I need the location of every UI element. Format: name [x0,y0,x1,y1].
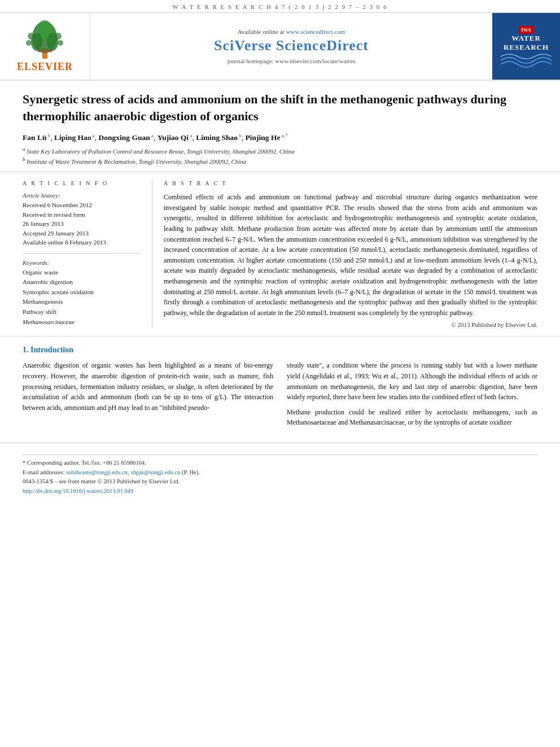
keyword-2: Anaerobic digestion [23,277,141,287]
doi-line: http://dx.doi.org/10.1016/j.watres.2013.… [23,487,537,496]
abstract-col: A B S T R A C T Combined effects of acid… [152,180,537,328]
elsevier-tree-icon [21,20,69,59]
divider [23,253,141,254]
author-4: Yujiao Qi a, [158,133,196,142]
journal-homepage: journal homepage: www.elsevier.com/locat… [227,58,355,64]
received-revised-label: Received in revised form [23,210,141,220]
water-waves-icon [501,52,552,69]
sciverse-title: SciVerse ScienceDirect [214,37,369,54]
abstract-text: Combined effects of acids and ammonium o… [164,192,537,318]
author-3: Dongxing Guan a, [99,133,158,142]
article-info-abstract-section: A R T I C L E I N F O Article history: R… [0,172,560,337]
email-link-1[interactable]: solidwaste@tongji.edu.cn [66,469,128,475]
article-history-group: Article history: Received 6 November 201… [23,192,141,247]
introduction-header: 1. Introduction [23,346,537,355]
footnote-divider [23,455,537,455]
article-title-section: Synergetic stress of acids and ammonium … [0,81,560,172]
intro-title: Introduction [30,346,73,354]
intro-two-col: Anaerobic digestion of organic wastes ha… [23,360,537,433]
issn-line: 0043-1354/$ – see front matter © 2013 Pu… [23,477,537,487]
accepted-date: Accepted 29 January 2013 [23,229,141,238]
available-online-text: Available online at www.sciencedirect.co… [238,28,345,35]
elsevier-logo-box: ELSEVIER [0,13,90,80]
affiliation-a: a State Key Laboratory of Pollution Cont… [23,146,537,156]
elsevier-label: ELSEVIER [17,61,73,73]
intro-number: 1. [23,346,29,354]
authors-line: Fan Lü b, Liping Hao a, Dongxing Guan a,… [23,132,537,142]
intro-right-col: steady state", a condition where the pro… [287,360,537,433]
svg-point-10 [58,40,63,46]
affiliations: a State Key Laboratory of Pollution Cont… [23,146,537,166]
author-2: Liping Hao a, [54,133,99,142]
header-center: Available online at www.sciencedirect.co… [90,13,492,80]
intro-left-para1: Anaerobic digestion of organic wastes ha… [23,360,273,413]
introduction-section: 1. Introduction Anaerobic digestion of o… [0,337,560,438]
author-6: Pinjing He a,* [246,133,288,142]
email-label: E-mail addresses: [23,469,64,475]
keyword-6: Methanosarcinaceae [23,317,141,327]
svg-point-8 [55,33,62,40]
keyword-5: Pathway shift [23,307,141,317]
doi-link[interactable]: http://dx.doi.org/10.1016/j.watres.2013.… [23,488,133,494]
header-area: ELSEVIER Available online at www.science… [0,13,560,81]
copyright-line: © 2013 Published by Elsevier Ltd. [164,321,537,328]
keyword-1: Organic waste [23,268,141,278]
intro-right-para2: Methane production could be realized eit… [287,407,537,428]
svg-point-7 [28,33,34,40]
history-label: Article history: [23,192,141,199]
article-info-header: A R T I C L E I N F O [23,180,141,186]
intro-left-col: Anaerobic digestion of organic wastes ha… [23,360,273,433]
journal-bar-text: W A T E R R E S E A R C H 4 7 ( 2 0 1 3 … [172,3,387,10]
affiliation-b: b Institute of Waste Treatment & Reclama… [23,156,537,166]
article-main-title: Synergetic stress of acids and ammonium … [23,91,537,124]
abstract-header: A B S T R A C T [164,180,537,186]
water-research-logo: IWA WATER RESEARCH [492,13,560,80]
email-link-2[interactable]: xhpjk@tongji.edu.cn [130,469,180,475]
keywords-section: Keywords: Organic waste Anaerobic digest… [23,259,141,327]
keyword-4: Methanogenesis [23,297,141,307]
keyword-3: Syntrophic acetate oxidation [23,287,141,298]
article-info-col: A R T I C L E I N F O Article history: R… [23,180,152,328]
author-5: Liming Shao b, [196,133,245,142]
author-1: Fan Lü b, [23,133,54,142]
keywords-label: Keywords: [23,259,141,266]
sciverse-url-link[interactable]: www.sciencedirect.com [286,28,345,35]
received-date: Received 6 November 2012 [23,200,141,210]
iwa-badge: IWA [519,26,533,34]
email-line: E-mail addresses: solidwaste@tongji.edu.… [23,468,537,478]
svg-rect-6 [38,50,52,52]
journal-bar: W A T E R R E S E A R C H 4 7 ( 2 0 1 3 … [0,0,560,13]
footnote-area: * Corresponding author. Tel./fax: +86 21… [0,443,560,502]
available-online-date: Available online 8 February 2013 [23,238,141,247]
svg-point-9 [26,40,32,46]
received-revised-date: 26 January 2013 [23,219,141,229]
water-research-title: WATER RESEARCH [496,34,557,51]
corresponding-author: * Corresponding author. Tel./fax: +86 21… [23,458,537,468]
intro-right-para1: steady state", a condition where the pro… [287,360,537,402]
